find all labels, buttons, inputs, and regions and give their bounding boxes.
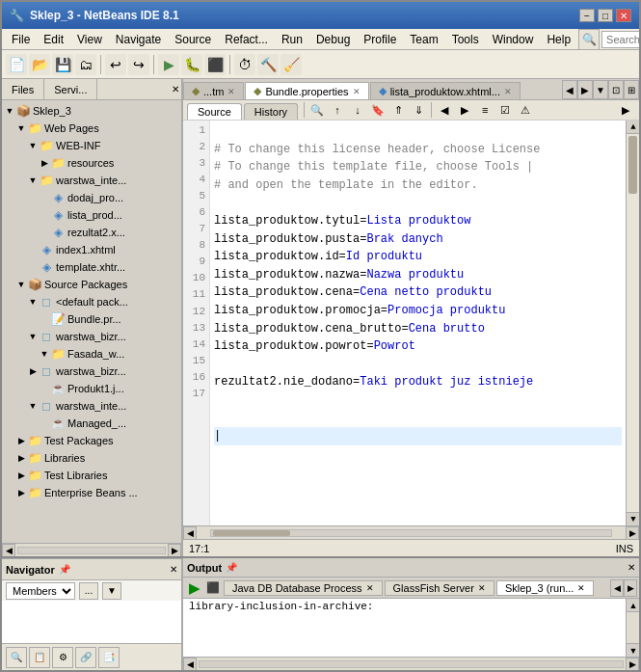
menu-source[interactable]: Source — [169, 32, 217, 47]
tree-fasada[interactable]: ▼ 📁 Fasada_w... — [4, 345, 179, 363]
tree-arrow[interactable]: ▼ — [27, 331, 39, 342]
tree-warstwa-inte[interactable]: ▼ 📁 warstwa_inte... — [4, 172, 179, 189]
menu-help[interactable]: Help — [541, 32, 576, 47]
tree-arrow[interactable]: ▶ — [15, 487, 27, 498]
tree-sklep3[interactable]: ▼ 📦 Sklep_3 — [4, 102, 179, 120]
toolbar-profile-btn[interactable]: ⏱ — [234, 54, 255, 75]
toolbar-clean-btn[interactable]: 🧹 — [280, 54, 302, 75]
tab-files[interactable]: Files — [2, 79, 44, 99]
toolbar-build-btn[interactable]: 🔨 — [257, 54, 279, 75]
nav-tool-3[interactable]: ⚙ — [52, 647, 73, 668]
toolbar-stop-btn[interactable]: ⬛ — [204, 54, 226, 75]
search-input[interactable] — [601, 31, 641, 48]
tree-warstwa-bizr2[interactable]: ▶ ◻ warstwa_bizr... — [4, 363, 179, 380]
tree-arrow[interactable]: ▼ — [27, 400, 39, 412]
code-hscrollbar[interactable]: ◀ ▶ — [183, 525, 639, 539]
tree-arrow[interactable]: ▼ — [15, 279, 27, 290]
menu-window[interactable]: Window — [487, 32, 540, 47]
output-tab-sklep3[interactable]: Sklep_3 (run... ✕ — [496, 580, 595, 596]
nav-tool-4[interactable]: 🔗 — [75, 647, 96, 668]
output-hscrollbar[interactable]: ◀ ▶ — [183, 657, 639, 670]
output-tab-glassfish-close[interactable]: ✕ — [478, 583, 486, 593]
ed-find-btn[interactable]: 🔍 — [307, 101, 327, 119]
tree-arrow[interactable]: ▼ — [27, 140, 39, 151]
tab-maximize[interactable]: ⊞ — [624, 80, 639, 99]
vscrollbar[interactable]: ▲ ▼ — [626, 121, 639, 525]
menu-run[interactable]: Run — [276, 32, 308, 47]
ed-errors-btn[interactable]: ⚠ — [516, 101, 535, 119]
ed-diff-next-btn[interactable]: ▶ — [455, 101, 474, 119]
search-icon-btn[interactable]: 🔍 — [578, 29, 600, 50]
tab-source[interactable]: Source — [187, 103, 242, 120]
tree-dodaj[interactable]: ◈ dodaj_pro... — [4, 189, 179, 206]
nav-tool-5[interactable]: 📑 — [98, 647, 120, 668]
ed-diff-prev-btn[interactable]: ◀ — [435, 101, 454, 119]
tab-nav-right[interactable]: ▶ — [577, 80, 593, 99]
navigator-members-list[interactable] — [2, 601, 181, 643]
nav-dropdown-btn[interactable]: ▼ — [102, 582, 121, 600]
vscroll-down-btn[interactable]: ▼ — [627, 512, 639, 525]
tree-arrow[interactable]: ▼ — [4, 105, 15, 117]
tab-restore[interactable]: ⊡ — [608, 80, 624, 99]
tree-hscrollbar[interactable]: ◀ ▶ — [2, 543, 181, 556]
ed-bookmark-prev-btn[interactable]: ⇑ — [388, 101, 408, 119]
file-tree[interactable]: ▼ 📦 Sklep_3 ▼ 📁 Web Pages ▼ 📁 WEB-INF — [2, 100, 181, 543]
tab-tm[interactable]: ◆ ...tm ✕ — [183, 82, 244, 99]
tab-history[interactable]: History — [244, 103, 298, 120]
hscroll-left-btn[interactable]: ◀ — [2, 544, 15, 557]
tree-arrow[interactable]: ▶ — [15, 470, 27, 481]
output-stop-btn[interactable]: ⬛ — [204, 579, 222, 597]
output-vscroll-track[interactable] — [627, 612, 639, 643]
output-vscrollbar[interactable]: ▲ ▼ — [626, 599, 639, 657]
ed-bookmark-btn[interactable]: 🔖 — [368, 101, 387, 119]
tab-tm-close[interactable]: ✕ — [227, 87, 235, 96]
vscroll-track[interactable] — [627, 134, 639, 512]
menu-edit[interactable]: Edit — [38, 32, 69, 47]
tree-arrow[interactable]: ▶ — [15, 452, 27, 464]
nav-filter-btn[interactable]: ... — [79, 582, 98, 600]
tree-warstwa-bizr1[interactable]: ▼ ◻ warstwa_bizr... — [4, 328, 179, 345]
left-panel-close[interactable]: ✕ — [172, 84, 179, 94]
output-tab-javadb-close[interactable]: ✕ — [366, 583, 374, 593]
tree-resources[interactable]: ▶ 📁 resources — [4, 154, 179, 172]
code-content[interactable]: # To change this license header, choose … — [210, 121, 626, 525]
output-hscroll-left[interactable]: ◀ — [183, 658, 197, 671]
tab-bundle-properties[interactable]: ◆ Bundle.properties ✕ — [245, 82, 368, 99]
tree-managed[interactable]: ☕ Managed_... — [4, 415, 179, 432]
tree-test-libraries[interactable]: ▶ 📁 Test Libraries — [4, 467, 179, 484]
output-close[interactable]: ✕ — [628, 562, 635, 573]
tab-nav-left[interactable]: ◀ — [562, 80, 577, 99]
ed-find-prev-btn[interactable]: ↑ — [328, 101, 347, 119]
toolbar-run-btn[interactable]: ▶ — [158, 54, 179, 75]
tree-test-packages[interactable]: ▶ 📁 Test Packages — [4, 432, 179, 449]
hscroll-track[interactable] — [17, 547, 166, 554]
tree-lista-prod[interactable]: ◈ lista_prod... — [4, 206, 179, 224]
tree-libraries[interactable]: ▶ 📁 Libraries — [4, 449, 179, 467]
navigator-close[interactable]: ✕ — [170, 564, 177, 575]
tree-arrow[interactable]: ▼ — [15, 122, 27, 134]
tree-source-packages[interactable]: ▼ 📦 Source Packages — [4, 276, 179, 293]
tree-index1[interactable]: ◈ index1.xhtml — [4, 241, 179, 258]
tab-bundle-close[interactable]: ✕ — [353, 87, 361, 96]
tree-rezultat2[interactable]: ◈ rezultat2.x... — [4, 224, 179, 241]
code-hscroll-thumb[interactable] — [213, 530, 290, 536]
output-vscroll-down[interactable]: ▼ — [627, 643, 639, 657]
tree-template[interactable]: ◈ template.xhtr... — [4, 258, 179, 276]
menu-file[interactable]: File — [6, 32, 36, 47]
tree-warstwa-inte2[interactable]: ▼ ◻ warstwa_inte... — [4, 397, 179, 415]
tab-nav-menu[interactable]: ▼ — [593, 80, 608, 99]
menu-team[interactable]: Team — [404, 32, 443, 47]
maximize-button[interactable]: □ — [598, 9, 613, 22]
output-tab-javadb[interactable]: Java DB Database Process ✕ — [224, 580, 383, 596]
tree-web-pages[interactable]: ▼ 📁 Web Pages — [4, 120, 179, 137]
output-run-btn[interactable]: ▶ — [185, 579, 202, 597]
toolbar-open-btn[interactable]: 📂 — [29, 54, 50, 75]
vscroll-thumb[interactable] — [628, 136, 637, 194]
tab-lista-close[interactable]: ✕ — [504, 87, 512, 96]
output-hscroll-right[interactable]: ▶ — [626, 658, 639, 671]
tree-arrow[interactable]: ▶ — [39, 157, 50, 169]
members-dropdown[interactable]: Members — [6, 582, 75, 600]
minimize-button[interactable]: − — [579, 9, 595, 22]
tab-services[interactable]: Servi... — [44, 79, 97, 99]
toolbar-save-btn[interactable]: 💾 — [52, 54, 73, 75]
